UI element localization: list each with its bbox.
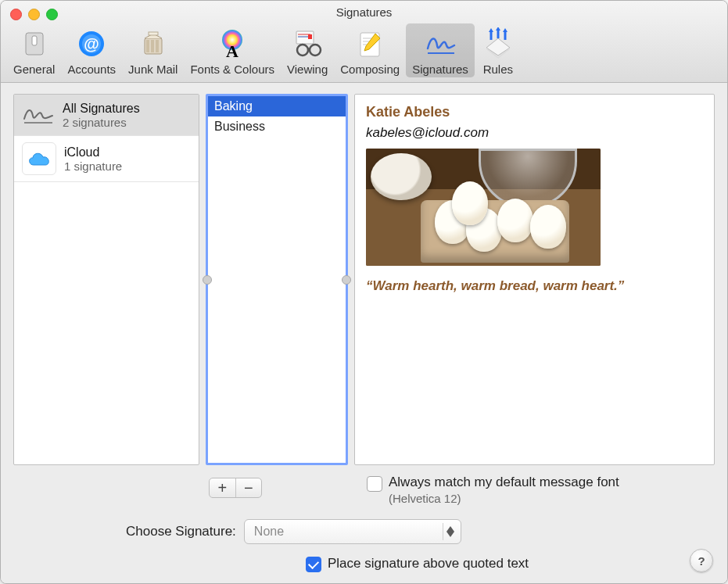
svg-rect-1 xyxy=(32,36,37,45)
tab-label: Signatures xyxy=(412,63,468,76)
preview-email: kabeles@icloud.com xyxy=(366,125,703,141)
tab-signatures[interactable]: Signatures xyxy=(406,23,475,77)
accounts-icon: @ xyxy=(74,27,109,61)
svg-marker-30 xyxy=(446,526,454,532)
svg-rect-15 xyxy=(308,34,312,39)
titlebar: Signatures General @ xyxy=(1,1,727,83)
add-remove-signature: + − xyxy=(209,478,262,498)
viewing-icon xyxy=(290,27,325,61)
help-icon: ? xyxy=(698,554,705,568)
choose-signature-label: Choose Signature: xyxy=(126,524,236,539)
svg-rect-8 xyxy=(156,40,159,52)
junk-mail-icon xyxy=(136,27,170,61)
account-title: iCloud xyxy=(64,145,122,159)
content-area: All Signatures 2 signatures iCloud 1 sig… xyxy=(1,83,727,583)
help-button[interactable]: ? xyxy=(690,549,713,572)
signatures-icon xyxy=(423,27,457,61)
signatures-preferences-window: Signatures General @ xyxy=(0,0,728,584)
preview-quote: “Warm hearth, warm bread, warm heart.” xyxy=(366,278,703,294)
choose-signature-popup[interactable]: None xyxy=(244,519,461,544)
font-note: (Helvetica 12) xyxy=(389,492,619,505)
preview-image xyxy=(366,149,601,266)
account-title: All Signatures xyxy=(63,102,140,116)
tab-label: Junk Mail xyxy=(128,63,178,76)
columns: All Signatures 2 signatures iCloud 1 sig… xyxy=(13,94,715,465)
svg-rect-6 xyxy=(146,40,149,52)
signature-item-business[interactable]: Business xyxy=(208,116,346,137)
fonts-colours-icon: A xyxy=(215,27,249,61)
tab-label: Rules xyxy=(483,63,513,76)
rules-icon xyxy=(481,27,515,61)
signature-icon xyxy=(22,101,55,129)
popup-arrows-icon xyxy=(443,523,457,540)
preview-name: Katie Abeles xyxy=(366,104,703,120)
place-above-checkbox[interactable] xyxy=(306,557,321,572)
add-signature-button[interactable]: + xyxy=(210,478,236,497)
svg-marker-28 xyxy=(503,28,507,32)
tab-rules[interactable]: Rules xyxy=(475,23,522,77)
choose-signature-row: Choose Signature: None xyxy=(16,519,712,544)
tab-accounts[interactable]: @ Accounts xyxy=(61,23,122,77)
svg-rect-9 xyxy=(149,32,158,35)
close-button[interactable] xyxy=(10,9,22,20)
match-font-label-wrap: Always match my default message font (He… xyxy=(389,475,619,505)
account-text: All Signatures 2 signatures xyxy=(63,102,140,129)
tab-label: Composing xyxy=(340,63,400,76)
place-above-row: Place signature above quoted text xyxy=(16,555,712,572)
zoom-button[interactable] xyxy=(46,9,58,20)
account-all-signatures[interactable]: All Signatures 2 signatures xyxy=(14,95,199,136)
account-icloud[interactable]: iCloud 1 signature xyxy=(14,136,199,182)
resize-grip-right[interactable] xyxy=(342,275,351,285)
tab-label: General xyxy=(13,63,55,76)
tab-label: Accounts xyxy=(67,63,116,76)
tab-junk-mail[interactable]: Junk Mail xyxy=(122,23,184,77)
tab-label: Viewing xyxy=(287,63,328,76)
preferences-toolbar: General @ Accounts xyxy=(1,23,727,82)
svg-point-16 xyxy=(297,45,308,56)
svg-marker-27 xyxy=(496,27,500,30)
cloud-icon xyxy=(22,142,56,175)
account-subtitle: 2 signatures xyxy=(63,116,140,129)
signature-preview[interactable]: Katie Abeles kabeles@icloud.com “Warm he… xyxy=(354,94,715,465)
minimize-button[interactable] xyxy=(28,9,40,20)
match-font-label: Always match my default message font xyxy=(389,475,619,490)
signature-item-baking[interactable]: Baking xyxy=(208,96,346,116)
tab-composing[interactable]: Composing xyxy=(334,23,406,77)
account-subtitle: 1 signature xyxy=(64,159,122,173)
window-title: Signatures xyxy=(1,5,727,23)
bottom-controls: Choose Signature: None Place signature a… xyxy=(13,514,715,575)
match-font-checkbox[interactable] xyxy=(367,476,382,492)
account-text: iCloud 1 signature xyxy=(64,145,122,173)
accounts-list: All Signatures 2 signatures iCloud 1 sig… xyxy=(13,94,199,465)
signatures-column: Baking Business xyxy=(206,94,348,465)
svg-text:A: A xyxy=(226,41,238,60)
svg-rect-7 xyxy=(151,40,154,52)
general-icon xyxy=(17,27,52,61)
tab-label: Fonts & Colours xyxy=(190,63,274,76)
svg-point-17 xyxy=(310,45,321,56)
svg-marker-31 xyxy=(446,532,454,537)
place-above-label: Place signature above quoted text xyxy=(328,556,529,571)
signatures-list[interactable]: Baking Business xyxy=(206,94,348,465)
choose-signature-value: None xyxy=(254,525,284,539)
tab-general[interactable]: General xyxy=(7,23,61,77)
tab-viewing[interactable]: Viewing xyxy=(281,23,334,77)
remove-signature-button[interactable]: − xyxy=(236,478,262,497)
svg-marker-26 xyxy=(489,28,493,32)
window-controls xyxy=(10,9,58,20)
resize-grip-left[interactable] xyxy=(203,275,212,285)
tab-fonts-colours[interactable]: A Fonts & Colours xyxy=(184,23,281,77)
composing-icon xyxy=(353,27,387,61)
under-row: + − Always match my default message font… xyxy=(13,475,715,505)
svg-marker-24 xyxy=(486,38,510,56)
svg-text:@: @ xyxy=(84,35,99,52)
